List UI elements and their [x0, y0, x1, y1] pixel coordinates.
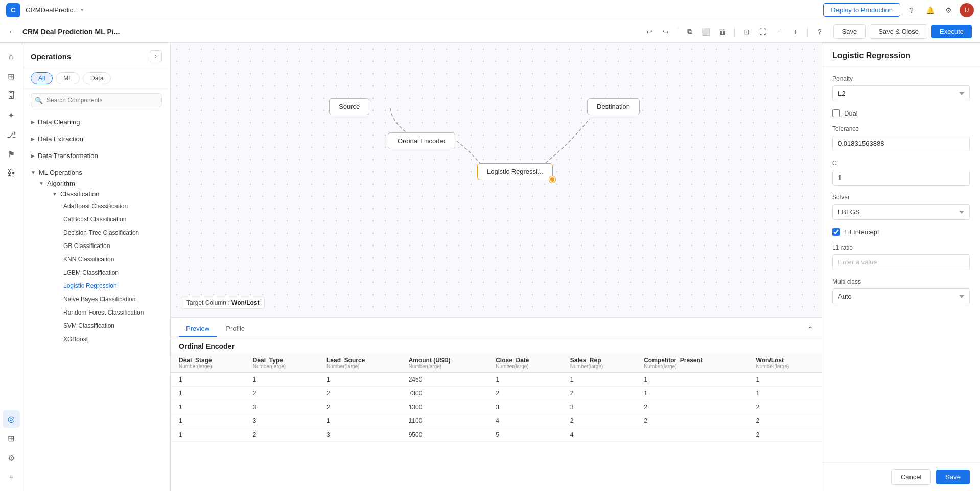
preview-tab-profile[interactable]: Profile — [219, 322, 252, 337]
zoom-out-button[interactable]: − — [772, 24, 787, 39]
sidebar-icon-home[interactable]: ⌂ — [3, 48, 20, 65]
notification-icon-btn[interactable]: 🔔 — [923, 3, 937, 17]
undo-button[interactable]: ↩ — [642, 24, 657, 39]
ops-panel-title: Operations — [31, 52, 71, 61]
col-lead-source: Lead_SourceNumber(large) — [318, 353, 401, 373]
item-xgboost[interactable]: XGBoost — [60, 332, 162, 346]
topbar-actions: Deploy to Production ? 🔔 ⚙ U — [823, 3, 974, 17]
preview-header: Preview Profile ⌃ — [171, 318, 822, 337]
tolerance-input[interactable] — [832, 136, 970, 151]
right-panel: Logistic Regression Penalty L2 L1 Elasti… — [822, 43, 980, 491]
item-svm[interactable]: SVM Classification — [60, 319, 162, 332]
expand-button[interactable]: ⊡ — [739, 24, 754, 39]
l1-ratio-input[interactable] — [832, 254, 970, 270]
fit-intercept-checkbox[interactable] — [832, 228, 840, 236]
category-data-transformation-header[interactable]: ▶ Data Transformation — [31, 150, 162, 161]
multi-class-select[interactable]: Auto OVR Multinomial — [832, 288, 970, 304]
classification-items: AdaBoost Classification CatBoost Classif… — [52, 199, 162, 346]
category-data-extraction-header[interactable]: ▶ Data Extraction — [31, 133, 162, 144]
col-amount: Amount (USD)Number(large) — [401, 353, 488, 373]
canvas-wrapper: Source Destination Ordinal Encoder Logis… — [171, 43, 822, 317]
preview-expand-button[interactable]: ⌃ — [807, 325, 813, 333]
cancel-button[interactable]: Cancel — [891, 469, 931, 485]
classification-header[interactable]: ▼ Classification — [52, 189, 162, 199]
solver-select[interactable]: LBFGS Newton-CG LibLinear Sag Saga — [832, 204, 970, 220]
sidebar-icon-share[interactable]: ⎇ — [3, 126, 20, 143]
item-random-forest[interactable]: Random-Forest Classification — [60, 306, 162, 319]
sidebar-icon-flag[interactable]: ⚑ — [3, 145, 20, 163]
copy-button[interactable]: ⧉ — [682, 24, 697, 39]
sidebar-icon-layers[interactable]: ⊞ — [3, 68, 20, 85]
save-button[interactable]: Save — [833, 24, 866, 39]
col-deal-type: Deal_TypeNumber(large) — [245, 353, 318, 373]
pipeline-bar: ← CRM Deal Prediction ML Pi... ↩ ↪ ⧉ ⬜ 🗑… — [0, 20, 980, 43]
ops-panel-header: Operations › — [22, 43, 170, 68]
icon-sidebar: ⌂ ⊞ 🗄 ✦ ⎇ ⚑ ⛓ ◎ ⊞ ⚙ + — [0, 43, 22, 491]
back-button[interactable]: ← — [8, 27, 16, 36]
ops-tab-data[interactable]: Data — [83, 72, 111, 84]
algorithm-arrow: ▼ — [39, 181, 44, 186]
avatar[interactable]: U — [960, 3, 974, 17]
sidebar-icon-grid[interactable]: ⊞ — [3, 430, 20, 447]
help-icon-btn[interactable]: ? — [904, 3, 919, 17]
table-header-row: Deal_StageNumber(large) Deal_TypeNumber(… — [171, 353, 822, 373]
help-toolbar-button[interactable]: ? — [812, 24, 827, 39]
table-body: 1112450111112273002211132130033221311100… — [171, 373, 822, 442]
ops-tab-all[interactable]: All — [31, 72, 53, 84]
sidebar-icon-settings[interactable]: ⚙ — [3, 449, 20, 466]
right-panel-footer: Cancel Save — [822, 462, 980, 491]
l1-ratio-label: L1 ratio — [832, 244, 970, 251]
item-decision-tree[interactable]: Decision-Tree Classification — [60, 226, 162, 239]
item-catboost[interactable]: CatBoost Classification — [60, 213, 162, 226]
node-source[interactable]: Source — [329, 98, 369, 115]
settings-icon-btn[interactable]: ⚙ — [941, 3, 955, 17]
deploy-button[interactable]: Deploy to Production — [823, 3, 900, 17]
sidebar-icon-add[interactable]: + — [3, 468, 20, 486]
zoom-in-button[interactable]: + — [788, 24, 803, 39]
node-logistic-regression[interactable]: Logistic Regressi... — [477, 163, 553, 180]
algorithm-label: Algorithm — [47, 180, 75, 187]
ml-operations-label: ML Operations — [39, 169, 82, 176]
item-naive-bayes[interactable]: Naive Bayes Classification — [60, 293, 162, 306]
category-ml-operations-header[interactable]: ▼ ML Operations — [31, 167, 162, 178]
data-extraction-label: Data Extraction — [38, 135, 83, 143]
dual-checkbox[interactable] — [832, 109, 840, 117]
panel-save-button[interactable]: Save — [936, 470, 970, 484]
item-logistic[interactable]: Logistic Regression — [60, 279, 162, 293]
paste-button[interactable]: ⬜ — [698, 24, 714, 39]
fit-button[interactable]: ⛶ — [755, 24, 771, 39]
save-close-button[interactable]: Save & Close — [870, 24, 927, 39]
sidebar-icon-active[interactable]: ◎ — [3, 410, 20, 428]
c-input[interactable] — [832, 170, 970, 186]
project-name[interactable]: CRMDealPredic... ▾ — [26, 6, 84, 14]
category-data-cleaning-header[interactable]: ▶ Data Cleaning — [31, 117, 162, 127]
toolbar-sep-2 — [734, 27, 735, 36]
sidebar-icon-link[interactable]: ⛓ — [3, 165, 20, 182]
ops-collapse-button[interactable]: › — [150, 50, 162, 62]
node-destination[interactable]: Destination — [587, 98, 640, 115]
delete-button[interactable]: 🗑 — [715, 24, 730, 39]
col-won-lost: Won/LostNumber(large) — [748, 353, 822, 373]
item-lgbm[interactable]: LGBM Classification — [60, 266, 162, 279]
search-input[interactable] — [31, 93, 162, 107]
ops-tab-ml[interactable]: ML — [56, 72, 80, 84]
item-gb[interactable]: GB Classification — [60, 239, 162, 253]
redo-button[interactable]: ↪ — [658, 24, 673, 39]
sidebar-icon-star[interactable]: ✦ — [3, 106, 20, 124]
main-layout: ⌂ ⊞ 🗄 ✦ ⎇ ⚑ ⛓ ◎ ⊞ ⚙ + Operations › All M… — [0, 43, 980, 491]
canvas-svg — [171, 43, 822, 317]
data-cleaning-arrow: ▶ — [31, 119, 35, 125]
target-column-info: Target Column : Won/Lost — [181, 297, 265, 309]
item-knn[interactable]: KNN Classification — [60, 253, 162, 266]
node-ordinal-encoder[interactable]: Ordinal Encoder — [388, 132, 455, 149]
col-sales-rep: Sales_RepNumber(large) — [562, 353, 636, 373]
sidebar-icon-database[interactable]: 🗄 — [3, 87, 20, 104]
algorithm-header[interactable]: ▼ Algorithm — [39, 178, 162, 189]
preview-tab-preview[interactable]: Preview — [179, 322, 217, 337]
field-penalty: Penalty L2 L1 ElasticNet None — [832, 75, 970, 101]
project-dropdown-arrow[interactable]: ▾ — [81, 7, 84, 13]
execute-button[interactable]: Execute — [931, 25, 972, 38]
item-adaboost[interactable]: AdaBoost Classification — [60, 199, 162, 213]
penalty-select[interactable]: L2 L1 ElasticNet None — [832, 85, 970, 101]
data-table: Deal_StageNumber(large) Deal_TypeNumber(… — [171, 353, 822, 442]
